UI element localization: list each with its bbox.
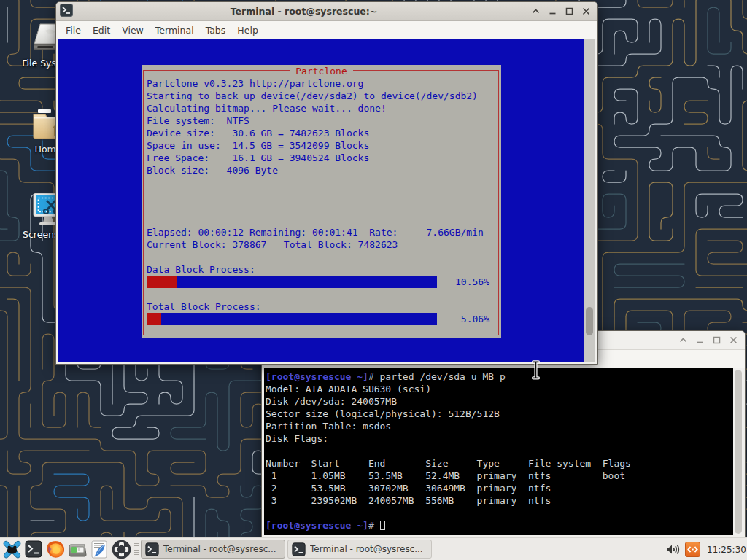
maximize-button[interactable] [711,335,721,346]
partclone-text-line: Space in use: 14.5 GB = 3542099 Blocks [147,139,478,152]
partclone-text-line: Calculating bitmap... Please wait... don… [147,102,478,114]
window1-menubar: File Edit View Terminal Tabs Help [56,21,597,39]
network-icon[interactable] [685,542,700,557]
partclone-text-line: Current Block: 378867 Total Block: 74826… [147,238,484,251]
firefox-icon [47,540,65,559]
partclone-dialog: Partclone Partclone v0.3.23 http://partc… [142,65,501,338]
progress-fill [147,276,177,288]
data-block-progressbar [147,276,437,288]
data-block-label: Data Block Process: [147,263,255,276]
gparted-icon [69,540,87,559]
terminal-line: Model: ATA ADATA SU630 (scsi) [266,383,733,395]
clock[interactable]: 11:25:30 [707,545,743,555]
partclone-info: Partclone v0.3.23 http://partclone.orgSt… [147,77,478,176]
menu-file[interactable]: File [60,25,87,36]
window1-titlebar[interactable]: Terminal - root@sysrescue:~ [56,2,597,21]
progress-rest [177,276,437,288]
shade-button[interactable] [678,335,688,346]
partclone-text-line: Starting to back up device(/dev/sda2) to… [147,90,478,102]
taskbar-button-terminal-2[interactable]: Terminal - root@sysresc... [287,540,432,559]
scrollbar[interactable] [584,39,595,362]
terminal-output-parted[interactable]: [root@sysrescue ~]# parted /dev/sda u MB… [264,368,733,535]
terminal-icon [25,540,42,558]
partclone-text-line: Partclone v0.3.23 http://partclone.org [147,77,478,90]
task-label: Terminal - root@sysresc... [310,544,423,554]
terminal-line: 1 1.05MB 53.5MB 52.4MB primary ntfs boot [266,470,733,482]
data-block-percent: 10.56% [455,276,489,288]
partclone-text-line: File system: NTFS [147,114,478,127]
terminal-window-icon [60,4,73,20]
scrollbar[interactable] [733,368,743,535]
terminal-window-partclone: Terminal - root@sysrescue:~ File Edit Vi… [55,1,598,365]
partclone-text-line: Device size: 30.6 GB = 7482623 Blocks [147,127,478,139]
menu-tabs[interactable]: Tabs [200,25,232,36]
menu-view[interactable]: View [116,25,150,36]
applications-menu-icon [2,540,22,559]
volume-icon[interactable] [666,543,680,556]
scrollbar-thumb[interactable] [586,307,593,335]
terminal-cursor [380,521,385,530]
gparted-launcher[interactable] [66,539,88,560]
menu-edit[interactable]: Edit [87,25,116,36]
system-tray: 11:25:30 [666,538,747,560]
total-block-percent: 5.06% [461,313,489,325]
partclone-text-line: Block size: 4096 Byte [147,164,478,176]
featherpad-icon [90,540,108,559]
mouse-ibeam-cursor [530,359,541,381]
partclone-dialog-title: Partclone [142,65,501,77]
taskbar-button-terminal-1[interactable]: Terminal - root@sysresc... [141,540,285,559]
firefox-launcher[interactable] [44,539,66,560]
terminal-line [266,507,733,519]
terminal-line: [root@sysrescue ~]# [266,519,733,532]
terminal-line: Partition Table: msdos [266,420,733,432]
terminal-line: 3 239502MB 240057MB 556MB primary ntfs [266,494,733,507]
shade-button[interactable] [530,7,541,17]
terminal-icon [292,542,306,556]
terminal-launcher[interactable] [23,539,44,560]
terminal-line: Disk /dev/sda: 240057MB [266,395,733,408]
close-button[interactable] [581,7,591,17]
partclone-text-line: Free Space: 16.1 GB = 3940524 Blocks [147,152,478,164]
terminal-line: 2 53.5MB 30702MB 30649MB primary ntfs [266,482,733,494]
terminal-line: Number Start End Size Type File system F… [266,457,733,470]
progress-fill [147,313,161,325]
progress-rest [161,313,437,325]
close-button[interactable] [728,335,738,346]
partclone-screen[interactable]: Partclone Partclone v0.3.23 http://partc… [58,39,584,362]
terminal-line: Disk Flags: [266,432,733,445]
menu-terminal[interactable]: Terminal [150,25,200,36]
terminal-icon [145,542,159,556]
help-lifebuoy-icon [112,540,131,559]
applications-menu-button[interactable] [1,539,23,560]
scrollbar-thumb[interactable] [735,370,742,534]
partclone-stats: Elapsed: 00:00:12 Remaining: 00:01:41 Ra… [147,226,484,251]
task-label: Terminal - root@sysresc... [163,544,276,554]
window1-title: Terminal - root@sysrescue:~ [77,6,530,17]
menu-help[interactable]: Help [231,25,264,36]
minimize-button[interactable] [547,7,557,17]
partclone-text-line: Elapsed: 00:00:12 Remaining: 00:01:41 Ra… [147,226,484,238]
maximize-button[interactable] [564,7,574,17]
minimize-button[interactable] [694,335,705,346]
total-block-progressbar [147,313,437,325]
terminal-line: Sector size (logical/physical): 512B/512… [266,408,733,420]
help-launcher[interactable] [110,539,132,560]
taskbar: Terminal - root@sysresc... Terminal - ro… [0,537,747,560]
terminal-line: [root@sysrescue ~]# parted /dev/sda u MB… [266,370,733,383]
tasklist-handle [133,540,140,558]
total-block-label: Total Block Process: [147,300,261,313]
featherpad-launcher[interactable] [88,539,110,560]
terminal-line [266,445,733,457]
